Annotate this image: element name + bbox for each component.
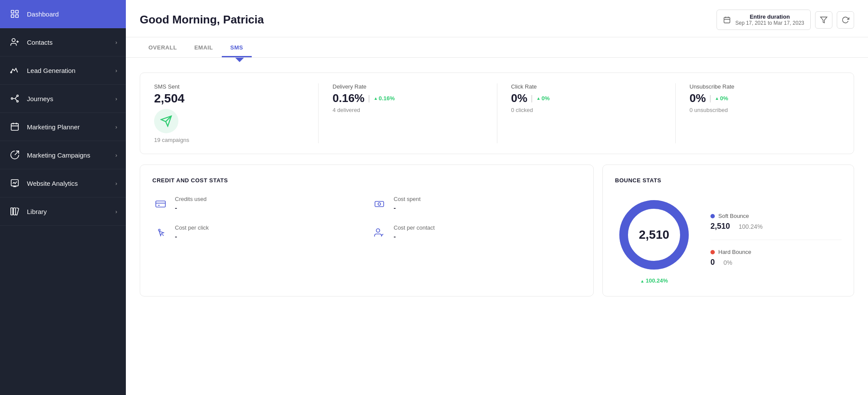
- journeys-icon: [9, 92, 21, 105]
- credit-card-title: CREDIT AND COST STATS: [152, 177, 581, 184]
- bounce-card-title: BOUNCE STATS: [615, 177, 842, 184]
- hard-bounce-number: 0: [710, 258, 715, 267]
- sidebar-item-library-label: Library: [27, 208, 115, 215]
- donut-chart-wrap: 2,510 100.24%: [615, 196, 693, 284]
- click-rate-row: 0% | 0%: [511, 92, 661, 105]
- svg-point-8: [17, 101, 19, 102]
- filter-button[interactable]: [815, 11, 832, 29]
- credit-item-cost-per-contact: Cost per contact -: [371, 224, 581, 241]
- sidebar-item-dashboard-label: Dashboard: [27, 10, 117, 18]
- click-icon: [152, 224, 169, 241]
- bounce-content: 2,510 100.24% Soft Bounce: [615, 196, 842, 284]
- soft-bounce-label-row: Soft Bounce: [710, 213, 842, 219]
- chevron-right-icon3: ›: [115, 95, 117, 102]
- svg-marker-14: [821, 17, 827, 23]
- soft-bounce-item: Soft Bounce 2,510 100.24%: [710, 213, 842, 240]
- soft-bounce-dot: [710, 214, 715, 218]
- sidebar-item-lead-label: Lead Generation: [27, 67, 115, 74]
- soft-bounce-label: Soft Bounce: [718, 213, 749, 219]
- bottom-cards: CREDIT AND COST STATS Credits used -: [140, 165, 854, 296]
- refresh-button[interactable]: [837, 11, 854, 29]
- sidebar-item-marketing-campaigns[interactable]: Marketing Campaigns ›: [0, 141, 126, 169]
- svg-point-4: [12, 39, 15, 42]
- delivery-rate-value: 0.16%: [332, 92, 365, 105]
- tab-indicator-row: [126, 58, 868, 62]
- click-rate-label: Click Rate: [511, 83, 661, 90]
- main-content: Good Morning, Patricia Entire duration S…: [126, 0, 868, 395]
- chevron-right-icon: ›: [115, 39, 117, 46]
- hard-bounce-dot: [710, 250, 715, 254]
- tab-sms[interactable]: SMS: [222, 37, 252, 57]
- donut-change: 100.24%: [640, 277, 668, 284]
- date-range-label: Entire duration: [735, 13, 804, 20]
- delivery-rate-row: 0.16% | 0.16%: [332, 92, 483, 105]
- sidebar-item-website-analytics[interactable]: Website Analytics ›: [0, 169, 126, 198]
- svg-rect-11: [11, 208, 13, 215]
- sidebar-item-planner-label: Marketing Planner: [27, 123, 115, 131]
- svg-rect-20: [375, 201, 384, 207]
- tab-overall[interactable]: OVERALL: [140, 37, 186, 57]
- svg-point-23: [376, 229, 380, 232]
- sms-sent-label: SMS Sent: [154, 83, 304, 90]
- sms-stats-card: SMS Sent 2,504 19 campaigns Delivery Rat…: [140, 72, 854, 154]
- chevron-right-icon6: ›: [115, 180, 117, 187]
- sidebar-item-contacts[interactable]: Contacts ›: [0, 28, 126, 56]
- money-icon: [371, 196, 388, 212]
- credits-used-label: Credits used: [175, 196, 207, 202]
- soft-bounce-values: 2,510 100.24%: [710, 222, 842, 231]
- donut-value: 2,510: [639, 228, 669, 241]
- chevron-right-icon7: ›: [115, 208, 117, 215]
- cost-spent-label: Cost spent: [394, 196, 421, 202]
- svg-point-6: [11, 98, 13, 99]
- tab-active-indicator: [235, 58, 244, 62]
- cost-per-click-label: Cost per click: [175, 224, 209, 231]
- stat-click-rate: Click Rate 0% | 0% 0 clicked: [497, 83, 676, 143]
- cost-per-contact-label: Cost per contact: [394, 224, 435, 231]
- donut-chart: 2,510: [615, 196, 693, 274]
- svg-rect-1: [16, 10, 18, 13]
- hard-bounce-item: Hard Bounce 0 0%: [710, 249, 842, 267]
- refresh-icon: [842, 16, 849, 24]
- sidebar-item-marketing-planner[interactable]: Marketing Planner ›: [0, 113, 126, 141]
- date-range-dates: Sep 17, 2021 to Mar 17, 2023: [735, 20, 804, 26]
- stat-delivery-rate: Delivery Rate 0.16% | 0.16% 4 delivered: [319, 83, 497, 143]
- unsubscribe-rate-value: 0%: [690, 92, 706, 105]
- credit-item-cost-per-click: Cost per click -: [152, 224, 362, 241]
- credits-used-value: -: [175, 204, 207, 211]
- calendar-icon: [723, 16, 731, 24]
- sms-sent-icon-wrap: [154, 109, 178, 133]
- grid-icon: [9, 8, 21, 20]
- filter-icon: [820, 16, 828, 24]
- date-range-button[interactable]: Entire duration Sep 17, 2021 to Mar 17, …: [717, 10, 811, 30]
- click-count: 0 clicked: [511, 107, 661, 113]
- svg-rect-12: [13, 208, 16, 215]
- sidebar-item-analytics-label: Website Analytics: [27, 180, 115, 187]
- send-icon: [160, 115, 172, 127]
- sms-campaigns-count: 19 campaigns: [154, 137, 304, 143]
- page-title: Good Morning, Patricia: [140, 13, 717, 26]
- chevron-right-icon4: ›: [115, 124, 117, 130]
- credit-item-credits-used: Credits used -: [152, 196, 362, 212]
- header: Good Morning, Patricia Entire duration S…: [126, 0, 868, 37]
- delivery-rate-change: 0.16%: [374, 95, 395, 102]
- sidebar-item-lead-generation[interactable]: Lead Generation ›: [0, 56, 126, 85]
- hard-bounce-values: 0 0%: [710, 258, 842, 267]
- svg-point-21: [378, 203, 381, 205]
- sidebar: Dashboard Contacts › Lead Generation › J…: [0, 0, 126, 395]
- svg-rect-0: [11, 10, 14, 13]
- stat-sms-sent: SMS Sent 2,504 19 campaigns: [140, 83, 319, 143]
- delivery-count: 4 delivered: [332, 107, 483, 113]
- tab-email[interactable]: EMAIL: [186, 37, 222, 57]
- credit-item-cost-spent: Cost spent -: [371, 196, 581, 212]
- sidebar-item-library[interactable]: Library ›: [0, 198, 126, 226]
- click-rate-change: 0%: [536, 95, 550, 102]
- sidebar-item-journeys[interactable]: Journeys ›: [0, 85, 126, 113]
- sidebar-item-contacts-label: Contacts: [27, 39, 115, 46]
- campaigns-icon: [9, 149, 21, 161]
- analytics-icon: [9, 177, 21, 189]
- sidebar-item-dashboard[interactable]: Dashboard: [0, 0, 126, 28]
- svg-rect-17: [156, 201, 165, 207]
- lead-icon: [9, 64, 21, 76]
- soft-bounce-pct: 100.24%: [739, 223, 763, 230]
- svg-point-22: [158, 229, 160, 231]
